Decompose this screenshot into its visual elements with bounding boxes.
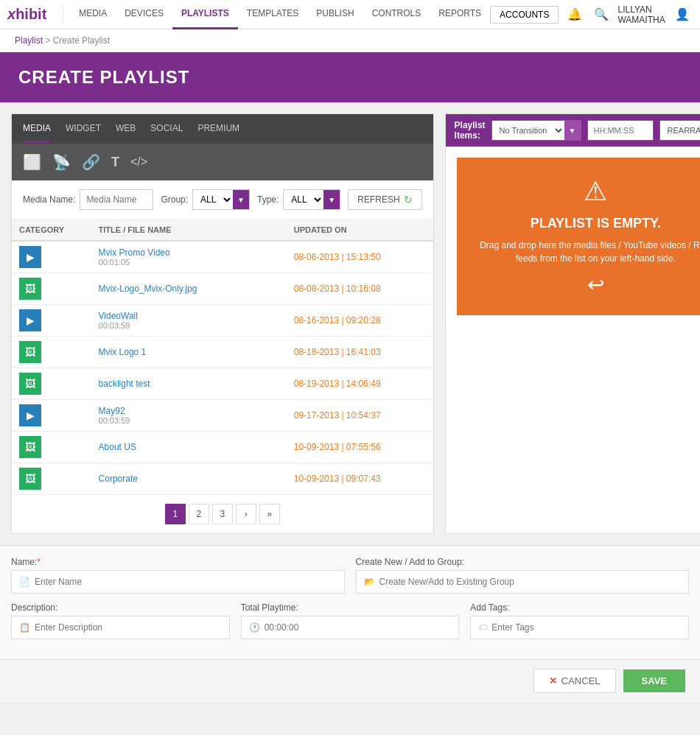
time-input[interactable] [587,120,654,141]
file-title-7[interactable]: Corporate [99,474,279,484]
nav-publish[interactable]: PUBLISH [307,0,363,29]
tab-social[interactable]: SOCIAL [150,116,183,143]
text-icon[interactable]: T [111,155,119,170]
group-select[interactable]: ALL [193,190,233,209]
row-date-1: 08-08-2013 | 10:16:08 [287,273,433,305]
media-name-input[interactable] [80,189,153,210]
refresh-button[interactable]: REFRESH ↻ [348,189,421,210]
transition-arrow[interactable]: ▼ [564,121,581,140]
tags-input[interactable] [491,622,681,633]
media-name-group: Media Name: [23,189,153,210]
group-create-icon: 📂 [364,577,375,587]
name-input-icon: 📄 [19,577,30,587]
refresh-label: REFRESH [357,194,399,205]
file-date-5: 09-17-2013 | 10:54:37 [294,410,381,421]
name-group: Name:* 📄 [11,557,345,594]
user-icon[interactable]: 👤 [672,7,693,21]
file-date-3: 08-18-2013 | 16:41:03 [294,347,381,357]
nav-reports[interactable]: REPORTS [430,0,490,29]
file-title-1[interactable]: Mvix-Logo_Mvix-Only.jpg [99,284,279,294]
code-icon[interactable]: </> [130,155,147,169]
playtime-label: Total Playtime: [241,602,460,613]
file-title-5[interactable]: May92 [99,406,279,416]
description-input-wrap: 📋 [11,616,230,639]
clock-icon: 🕐 [249,622,260,633]
transition-select[interactable]: No Transition [492,125,564,136]
page-last-button[interactable]: » [259,504,280,524]
type-filter-group: Type: ALL ▼ [257,189,340,210]
name-input[interactable] [35,577,337,587]
page-3-button[interactable]: 3 [212,504,233,524]
rss-icon[interactable]: 📡 [52,153,71,171]
row-title-7: Corporate [91,463,287,495]
group-select-wrap: ALL ▼ [192,189,250,210]
tab-media[interactable]: MEDIA [23,116,51,143]
row-date-5: 09-17-2013 | 10:54:37 [287,400,433,432]
description-input[interactable] [35,622,222,633]
tags-input-wrap: 🏷 [470,616,689,639]
col-header-category: CATEGORY [12,219,91,241]
playtime-input [265,622,452,633]
type-label: Type: [257,194,279,205]
type-select[interactable]: ALL [284,190,323,209]
feed-icon[interactable]: 🔗 [82,153,100,171]
rearrange-button[interactable]: REARRANGE ↻ [659,120,700,141]
row-category-1: 🖼 [12,273,91,305]
group-create-input[interactable] [379,577,682,587]
tab-web[interactable]: WEB [116,116,136,143]
table-row: 🖼 Corporate 10-09-2013 | 09:07:43 [12,463,433,495]
media-name-label: Media Name: [23,194,75,205]
breadcrumb-current: Create Playlist [53,35,110,46]
cancel-button[interactable]: ✕ CANCEL [533,669,616,693]
nav-media[interactable]: MEDIA [70,0,116,29]
tab-premium[interactable]: PREMIUM [197,116,239,143]
tags-label: Add Tags: [470,602,689,613]
file-title-6[interactable]: About US [99,442,279,452]
user-name[interactable]: LILLYAN WAMAITHA [617,4,666,25]
top-nav: xhibit MEDIA DEVICES PLAYLISTS TEMPLATES… [0,0,700,29]
page-1-button[interactable]: 1 [165,504,186,524]
image-icon: 🖼 [19,341,41,363]
save-button[interactable]: SAVE [623,669,685,692]
file-title-3[interactable]: Mvix Logo 1 [99,347,279,357]
drag-arrow-icon: ↩ [587,272,604,297]
file-date-6: 10-09-2013 | 07:55:56 [294,442,381,452]
type-select-arrow[interactable]: ▼ [323,190,340,209]
pagination: 1 2 3 › » [12,495,433,533]
rearrange-label: REARRANGE [668,126,700,135]
file-title-4[interactable]: backlight test [99,379,279,389]
transition-select-wrap: No Transition ▼ [491,120,581,141]
tags-group: Add Tags: 🏷 [470,602,689,639]
file-title-0[interactable]: Mvix Promo Video [99,247,279,258]
nav-templates[interactable]: TEMPLATES [238,0,307,29]
video-icon: ▶ [19,309,41,331]
tab-widget[interactable]: WIDGET [66,116,101,143]
nav-devices[interactable]: DEVICES [116,0,172,29]
file-title-2[interactable]: VideoWall [99,311,279,321]
nav-controls[interactable]: CONTROLS [363,0,430,29]
group-select-arrow[interactable]: ▼ [233,190,249,209]
table-header-row: CATEGORY TITLE / FILE NAME UPDATED ON [12,219,433,241]
name-input-wrap: 📄 [11,570,345,594]
page-next-button[interactable]: › [236,504,256,524]
description-icon: 📋 [19,622,30,633]
playlist-header: Playlist Items: No Transition ▼ REARRANG… [446,114,700,147]
nav-playlists[interactable]: PLAYLISTS [172,0,238,29]
row-category-0: ▶ [12,241,91,273]
main-content: MEDIA WIDGET WEB SOCIAL PREMIUM ⬜ 📡 🔗 T … [0,102,700,545]
breadcrumb-playlist-link[interactable]: Playlist [15,35,43,46]
row-category-5: ▶ [12,400,91,432]
group-label: Group: [161,194,188,205]
accounts-button[interactable]: ACCOUNTS [490,6,559,24]
table-row: 🖼 backlight test 08-19-2013 | 14:06:49 [12,368,433,400]
logo: xhibit [7,6,46,23]
row-date-2: 08-16-2013 | 09:20:28 [287,305,433,337]
row-date-6: 10-09-2013 | 07:55:56 [287,432,433,463]
name-label: Name:* [11,557,345,567]
row-title-6: About US [91,432,287,463]
form-row-1: Name:* 📄 Create New / Add to Group: 📂 [11,557,689,594]
search-icon[interactable]: 🔍 [591,7,612,21]
page-2-button[interactable]: 2 [189,504,209,524]
folder-icon[interactable]: ⬜ [23,153,41,171]
bell-icon[interactable]: 🔔 [564,7,585,21]
